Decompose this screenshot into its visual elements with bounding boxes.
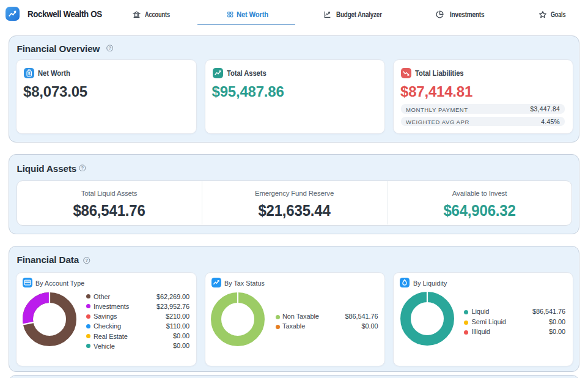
- svg-text:?: ?: [85, 258, 88, 263]
- svg-text:?: ?: [108, 45, 111, 51]
- svg-text:$: $: [28, 72, 31, 76]
- svg-text:?: ?: [81, 165, 84, 171]
